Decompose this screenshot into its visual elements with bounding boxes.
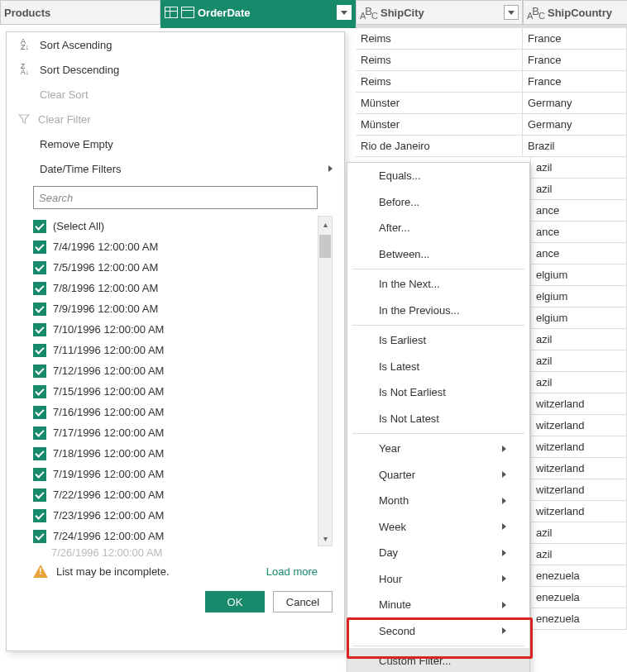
filter-value-item[interactable]: 7/18/1996 12:00:00 AM (33, 443, 316, 464)
datetime-filters[interactable]: Date/Time Filters (7, 156, 344, 181)
table-row[interactable]: ance (530, 200, 627, 222)
scrollbar[interactable]: ▴ ▾ (318, 216, 333, 546)
cell-shipcountry-partial[interactable]: witzerland (530, 458, 627, 479)
cell-shipcountry-partial[interactable]: witzerland (530, 415, 627, 436)
filter-week[interactable]: Week (347, 514, 529, 541)
sort-descending[interactable]: ZA↓ Sort Descending (7, 57, 344, 82)
table-row[interactable]: azil (530, 350, 627, 372)
cell-shipcountry-partial[interactable]: azil (530, 329, 627, 350)
filter-value-item[interactable]: 7/19/1996 12:00:00 AM (33, 464, 316, 484)
filter-dropdown-button[interactable] (337, 5, 352, 20)
filter-is-not-latest[interactable]: Is Not Latest (347, 406, 529, 432)
checkbox-icon[interactable] (33, 447, 46, 460)
search-input[interactable]: Search (33, 186, 318, 209)
cell-shipcountry-partial[interactable]: azil (530, 157, 627, 179)
scroll-thumb[interactable] (319, 235, 331, 258)
cell-shipcountry-partial[interactable]: elgium (530, 265, 627, 286)
cancel-button[interactable]: Cancel (273, 591, 333, 612)
cell-shipcountry-partial[interactable]: ance (530, 200, 627, 222)
column-header-orderdate[interactable]: OrderDate (160, 0, 356, 25)
cell-shipcountry-partial[interactable]: witzerland (530, 501, 627, 522)
table-row[interactable]: azil (530, 544, 627, 565)
filter-value-item[interactable]: 7/15/1996 12:00:00 AM (33, 381, 316, 402)
filter-custom[interactable]: Custom Filter... (347, 648, 529, 672)
table-row[interactable]: azil (530, 179, 627, 200)
checkbox-icon[interactable] (33, 365, 46, 378)
cell-shipcountry-partial[interactable]: azil (530, 372, 627, 393)
filter-value-item[interactable]: 7/16/1996 12:00:00 AM (33, 402, 316, 422)
table-row[interactable]: witzerland (530, 415, 627, 436)
cell-shipcountry-partial[interactable]: azil (530, 350, 627, 372)
cell-shipcountry-partial[interactable]: enezuela (530, 565, 627, 587)
filter-is-not-earliest[interactable]: Is Not Earliest (347, 379, 529, 406)
cell-shipcountry[interactable]: France (523, 28, 627, 50)
checkbox-icon[interactable] (33, 303, 46, 316)
checkbox-icon[interactable] (33, 530, 46, 543)
table-row[interactable]: MünsterGermany (356, 114, 627, 136)
table-row[interactable]: ReimsFrance (356, 50, 627, 71)
filter-value-item[interactable]: 7/17/1996 12:00:00 AM (33, 422, 316, 443)
checkbox-icon[interactable] (33, 468, 46, 481)
checkbox-icon[interactable] (33, 509, 46, 522)
table-row[interactable]: MünsterGermany (356, 93, 627, 114)
cell-shipcity[interactable]: Reims (356, 50, 523, 71)
cell-shipcountry-partial[interactable]: ance (530, 222, 627, 243)
filter-value-item[interactable]: 7/12/1996 12:00:00 AM (33, 360, 316, 381)
table-row[interactable]: ReimsFrance (356, 71, 627, 93)
filter-in-next[interactable]: In the Next... (347, 271, 529, 298)
filter-value-item[interactable]: 7/11/1996 12:00:00 AM (33, 340, 316, 360)
table-row[interactable]: witzerland (530, 479, 627, 501)
filter-month[interactable]: Month (347, 488, 529, 514)
cell-shipcity[interactable]: Reims (356, 71, 523, 93)
filter-day[interactable]: Day (347, 540, 529, 566)
table-row[interactable]: azil (530, 157, 627, 179)
ok-button[interactable]: OK (205, 591, 265, 612)
table-row[interactable]: enezuela (530, 608, 627, 630)
filter-between[interactable]: Between... (347, 241, 529, 268)
filter-value-item[interactable]: 7/8/1996 12:00:00 AM (33, 278, 316, 298)
filter-minute[interactable]: Minute (347, 592, 529, 618)
checkbox-icon[interactable] (33, 282, 46, 295)
table-row[interactable]: witzerland (530, 393, 627, 415)
checkbox-icon[interactable] (33, 241, 46, 254)
table-row[interactable]: witzerland (530, 501, 627, 522)
filter-second[interactable]: Second (347, 618, 529, 645)
filter-after[interactable]: After... (347, 215, 529, 241)
checkbox-icon[interactable] (33, 261, 46, 274)
table-row[interactable]: ReimsFrance (356, 28, 627, 50)
checkbox-icon[interactable] (33, 406, 46, 419)
filter-value-item[interactable]: 7/10/1996 12:00:00 AM (33, 319, 316, 340)
filter-value-item[interactable]: 7/9/1996 12:00:00 AM (33, 298, 316, 319)
table-row[interactable]: enezuela (530, 565, 627, 587)
table-row[interactable]: elgium (530, 286, 627, 307)
cell-shipcity[interactable]: Münster (356, 93, 523, 114)
cell-shipcity[interactable]: Münster (356, 114, 523, 136)
cell-shipcity[interactable]: Reims (356, 28, 523, 50)
cell-shipcountry[interactable]: France (523, 50, 627, 71)
cell-shipcountry[interactable]: Brazil (523, 136, 627, 157)
filter-in-previous[interactable]: In the Previous... (347, 298, 529, 324)
table-row[interactable]: ance (530, 243, 627, 265)
filter-year[interactable]: Year (347, 436, 529, 462)
table-row[interactable]: elgium (530, 307, 627, 329)
scroll-up-button[interactable]: ▴ (318, 217, 332, 231)
checkbox-icon[interactable] (33, 344, 46, 357)
table-row[interactable]: Rio de JaneiroBrazil (356, 136, 627, 157)
cell-shipcountry-partial[interactable]: witzerland (530, 436, 627, 458)
sort-ascending[interactable]: AZ↓ Sort Ascending (7, 32, 344, 57)
checkbox-icon[interactable] (33, 323, 46, 336)
cell-shipcountry-partial[interactable]: enezuela (530, 587, 627, 608)
table-row[interactable]: azil (530, 372, 627, 393)
cell-shipcountry-partial[interactable]: witzerland (530, 393, 627, 415)
checkbox-icon[interactable] (33, 220, 46, 233)
table-row[interactable]: enezuela (530, 587, 627, 608)
table-row[interactable]: witzerland (530, 436, 627, 458)
checkbox-icon[interactable] (33, 489, 46, 502)
filter-dropdown-button[interactable] (504, 5, 519, 20)
checkbox-icon[interactable] (33, 385, 46, 398)
filter-value-item[interactable]: 7/24/1996 12:00:00 AM (33, 526, 316, 546)
filter-is-earliest[interactable]: Is Earliest (347, 327, 529, 354)
checkbox-icon[interactable] (33, 427, 46, 440)
filter-value-item[interactable]: 7/5/1996 12:00:00 AM (33, 257, 316, 278)
cell-shipcountry[interactable]: Germany (523, 93, 627, 114)
